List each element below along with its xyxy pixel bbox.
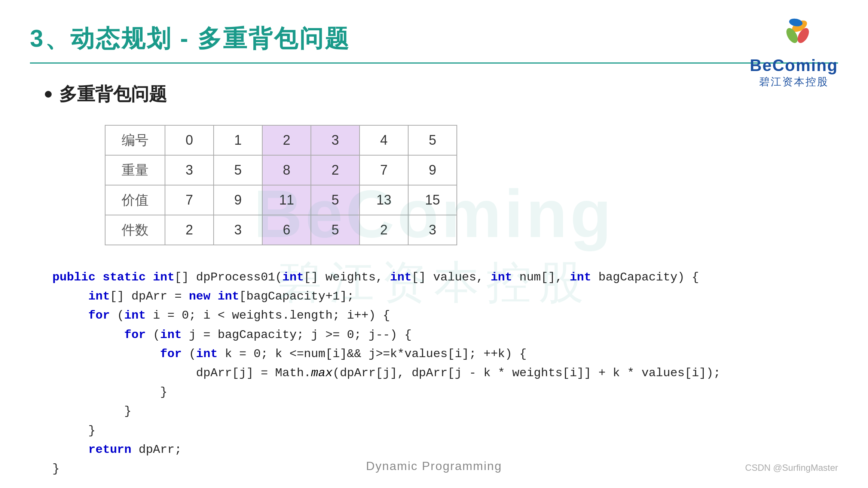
code-line-3: for (int i = 0; i < weights.length; i++)…: [52, 306, 838, 325]
table-header-4: 3: [311, 125, 360, 155]
footer-credit: CSDN @SurfingMaster: [745, 463, 838, 473]
table-label-weight: 重量: [105, 155, 165, 185]
table-header-5: 4: [360, 125, 408, 155]
table-value-5: 15: [408, 185, 457, 215]
bullet-item: 多重背包问题: [45, 82, 838, 106]
table-header-2: 1: [214, 125, 262, 155]
table-label-value: 价值: [105, 185, 165, 215]
table-weight-1: 5: [214, 155, 262, 185]
logo-sub: 碧江资本控股: [759, 75, 829, 89]
table-container: 编号 0 1 2 3 4 5 重量 3 5 8 2 7 9 价值 7 9: [105, 125, 838, 245]
code-line-7: }: [52, 383, 838, 402]
table-value-0: 7: [165, 185, 214, 215]
code-line-1: public static int[] dpProcess01(int[] we…: [52, 268, 838, 287]
table-value-1: 9: [214, 185, 262, 215]
code-line-6: dpArr[j] = Math.max(dpArr[j], dpArr[j - …: [52, 363, 838, 383]
table-count-3: 5: [311, 215, 360, 245]
logo-icon: [771, 15, 816, 52]
footer-text: Dynamic Programming: [366, 459, 502, 473]
logo-brand: BeComing: [750, 56, 838, 75]
table-header-3: 2: [262, 125, 311, 155]
code-block: public static int[] dpProcess01(int[] we…: [52, 268, 838, 478]
table-row-value: 价值 7 9 11 5 13 15: [105, 185, 457, 215]
table-value-4: 13: [360, 185, 408, 215]
table-count-2: 6: [262, 215, 311, 245]
bullet-section: 多重背包问题: [45, 82, 838, 106]
table-count-0: 2: [165, 215, 214, 245]
table-header-0: 编号: [105, 125, 165, 155]
code-line-8: }: [52, 402, 838, 421]
code-line-9: }: [52, 421, 838, 440]
table-header-row: 编号 0 1 2 3 4 5: [105, 125, 457, 155]
bullet-dot: [45, 91, 52, 98]
footer: Dynamic Programming: [0, 459, 868, 473]
table-weight-2: 8: [262, 155, 311, 185]
table-weight-5: 9: [408, 155, 457, 185]
table-row-count: 件数 2 3 6 5 2 3: [105, 215, 457, 245]
table-header-6: 5: [408, 125, 457, 155]
table-value-3: 5: [311, 185, 360, 215]
data-table: 编号 0 1 2 3 4 5 重量 3 5 8 2 7 9 价值 7 9: [105, 125, 457, 245]
table-header-1: 0: [165, 125, 214, 155]
title-area: 3、动态规划 - 多重背包问题: [30, 22, 838, 64]
slide-title: 3、动态规划 - 多重背包问题: [30, 22, 350, 55]
table-row-weight: 重量 3 5 8 2 7 9: [105, 155, 457, 185]
table-label-count: 件数: [105, 215, 165, 245]
table-count-1: 3: [214, 215, 262, 245]
code-line-10: return dpArr;: [52, 440, 838, 459]
code-line-5: for (int k = 0; k <=num[i]&& j>=k*values…: [52, 344, 838, 363]
table-weight-4: 7: [360, 155, 408, 185]
code-line-4: for (int j = bagCapacity; j >= 0; j--) {: [52, 325, 838, 344]
table-value-2: 11: [262, 185, 311, 215]
logo-area: BeComing 碧江资本控股: [750, 15, 838, 89]
table-weight-3: 2: [311, 155, 360, 185]
code-line-2: int[] dpArr = new int[bagCapacity+1];: [52, 287, 838, 306]
table-count-4: 2: [360, 215, 408, 245]
table-weight-0: 3: [165, 155, 214, 185]
table-count-5: 3: [408, 215, 457, 245]
slide-container: 3、动态规划 - 多重背包问题 BeComing 碧江资本控股 多重背包问题 编…: [0, 0, 868, 488]
bullet-label: 多重背包问题: [59, 82, 167, 106]
